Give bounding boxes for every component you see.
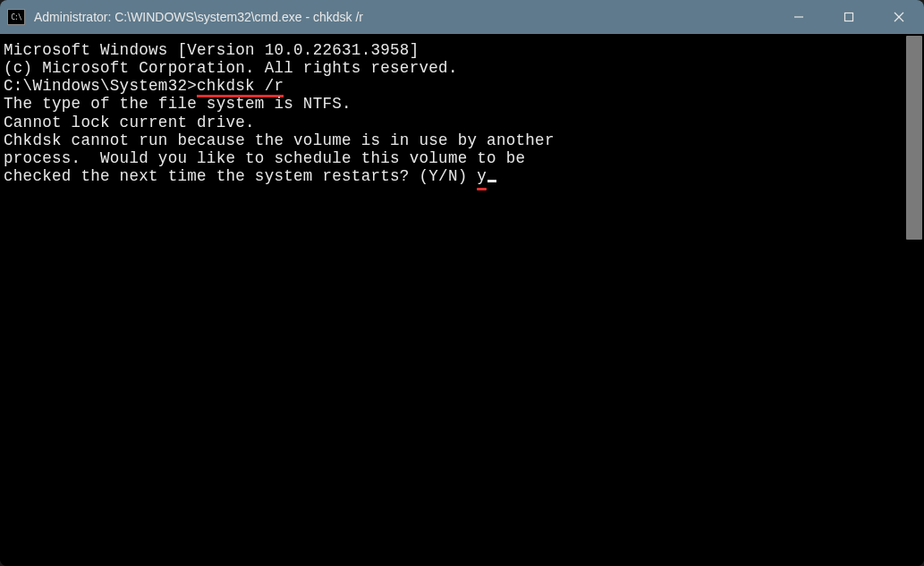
minimize-icon: [793, 12, 804, 22]
scrollbar[interactable]: [906, 36, 922, 564]
window-title: Administrator: C:\WINDOWS\system32\cmd.e…: [34, 10, 774, 24]
titlebar[interactable]: C:\ Administrator: C:\WINDOWS\system32\c…: [0, 0, 924, 34]
output-line: Chkdsk cannot run because the volume is …: [4, 131, 906, 149]
prompt-path: C:\Windows\System32>: [4, 77, 197, 95]
maximize-button[interactable]: [824, 0, 874, 34]
cursor: [487, 180, 496, 182]
output-line: Microsoft Windows [Version 10.0.22631.39…: [4, 41, 906, 59]
output-line: process. Would you like to schedule this…: [4, 149, 906, 167]
output-line: The type of the file system is NTFS.: [4, 95, 906, 113]
close-button[interactable]: [874, 0, 924, 34]
user-input: y: [477, 167, 487, 185]
terminal-area: Microsoft Windows [Version 10.0.22631.39…: [0, 34, 924, 566]
window-controls: [774, 0, 924, 34]
close-icon: [894, 12, 904, 22]
maximize-icon: [843, 12, 854, 22]
minimize-button[interactable]: [774, 0, 824, 34]
cmd-icon: C:\: [7, 9, 25, 25]
output-line: checked the next time the system restart…: [4, 167, 906, 185]
svg-rect-1: [845, 13, 853, 21]
output-line: (c) Microsoft Corporation. All rights re…: [4, 59, 906, 77]
prompt-line: C:\Windows\System32>chkdsk /r: [4, 77, 906, 95]
terminal-output[interactable]: Microsoft Windows [Version 10.0.22631.39…: [0, 34, 906, 566]
scrollbar-thumb[interactable]: [906, 36, 922, 240]
question-text: checked the next time the system restart…: [4, 167, 477, 185]
cmd-window: C:\ Administrator: C:\WINDOWS\system32\c…: [0, 0, 924, 566]
output-line: Cannot lock current drive.: [4, 114, 906, 131]
